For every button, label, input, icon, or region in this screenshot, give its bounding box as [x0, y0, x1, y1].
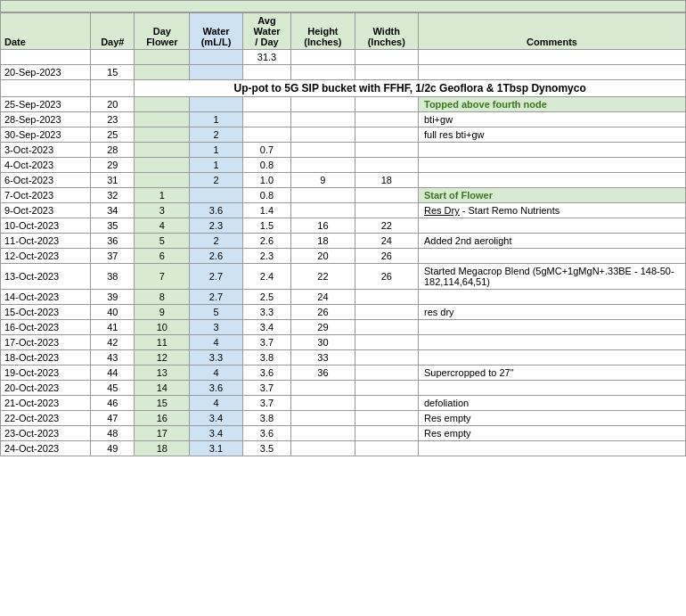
cell-day-flower: 13 [135, 365, 190, 381]
cell-height [291, 112, 355, 127]
cell-day: 49 [91, 441, 135, 456]
cell-day-flower: 7 [135, 264, 190, 290]
cell-date: 17-Oct-2023 [1, 335, 91, 350]
cell-avg-water: 2.4 [242, 264, 291, 290]
cell-day: 48 [91, 426, 135, 441]
cell-water: 1 [190, 112, 242, 127]
cell-comment: Start of Flower [419, 188, 686, 203]
cell-water: 2 [190, 234, 242, 249]
cell-avg-water: 3.7 [242, 335, 291, 350]
cell-water [190, 97, 242, 112]
cell-day: 38 [91, 264, 135, 290]
cell-day-flower: 8 [135, 290, 190, 305]
cell-width [355, 441, 418, 456]
cell-height: 16 [291, 218, 355, 234]
table-row: 21-Oct-2023 46 15 4 3.7 defoliation [1, 396, 686, 411]
cell-water: 2.6 [190, 249, 242, 264]
cell-comment: Added 2nd aerolight [419, 234, 686, 249]
cell-width [355, 426, 418, 441]
cell-height: 9 [291, 173, 355, 188]
cell-height [291, 396, 355, 411]
cell-day: 36 [91, 234, 135, 249]
cell-comment [419, 381, 686, 396]
cell-day-flower: 12 [135, 350, 190, 365]
cell-day: 32 [91, 188, 135, 203]
table-row: 9-Oct-2023 34 3 3.6 1.4 Res Dry - Start … [1, 203, 686, 218]
table-row: 14-Oct-2023 39 8 2.7 2.5 24 [1, 290, 686, 305]
cell-avg-water: 3.7 [242, 396, 291, 411]
cell-comment [419, 158, 686, 173]
cell-date [1, 50, 91, 65]
cell-day-flower [135, 127, 190, 143]
cell-comment [419, 290, 686, 305]
cell-day-flower [135, 112, 190, 127]
cell-water [190, 188, 242, 203]
table-row: 13-Oct-2023 38 7 2.7 2.4 22 26 Started M… [1, 264, 686, 290]
cell-date: 10-Oct-2023 [1, 218, 91, 234]
cell-height [291, 188, 355, 203]
cell-date: 21-Oct-2023 [1, 396, 91, 411]
cell-comment: Res Dry - Start Remo Nutrients [419, 203, 686, 218]
table-row: 20-Oct-2023 45 14 3.6 3.7 [1, 381, 686, 396]
cell-date: 16-Oct-2023 [1, 320, 91, 335]
cell-day-flower [135, 143, 190, 158]
cell-avg-water [242, 127, 291, 143]
table-row: 15-Oct-2023 40 9 5 3.3 26 res dry [1, 305, 686, 320]
table-row: 6-Oct-2023 31 2 1.0 9 18 [1, 173, 686, 188]
cell-height: 26 [291, 305, 355, 320]
table-row: 30-Sep-2023 25 2 full res bti+gw [1, 127, 686, 143]
cell-height: 24 [291, 290, 355, 305]
cell-water [190, 50, 242, 65]
cell-water: 4 [190, 396, 242, 411]
cell-width [355, 411, 418, 426]
cell-avg-water: 3.8 [242, 411, 291, 426]
cell-width: 24 [355, 234, 418, 249]
cell-width [355, 97, 418, 112]
cell-water: 2.7 [190, 264, 242, 290]
cell-comment: defoliation [419, 396, 686, 411]
cell-date: 7-Oct-2023 [1, 188, 91, 203]
cell-avg-water: 1.4 [242, 203, 291, 218]
page-title [0, 0, 686, 12]
cell-upot-message: Up-pot to 5G SIP bucket with FFHF, 1/2c … [135, 80, 686, 97]
cell-day: 44 [91, 365, 135, 381]
cell-date: 4-Oct-2023 [1, 158, 91, 173]
cell-water: 3.4 [190, 411, 242, 426]
cell-width [355, 50, 418, 65]
table-row: 23-Oct-2023 48 17 3.4 3.6 Res empty [1, 426, 686, 441]
table-row: 10-Oct-2023 35 4 2.3 1.5 16 22 [1, 218, 686, 234]
cell-date: 20-Oct-2023 [1, 381, 91, 396]
cell-day-flower: 5 [135, 234, 190, 249]
cell-comment [419, 320, 686, 335]
cell-width [355, 381, 418, 396]
cell-day [91, 80, 135, 97]
cell-avg-water: 1.5 [242, 218, 291, 234]
cell-day: 31 [91, 173, 135, 188]
table-row: 11-Oct-2023 36 5 2 2.6 18 24 Added 2nd a… [1, 234, 686, 249]
cell-day-flower: 17 [135, 426, 190, 441]
cell-day-flower: 18 [135, 441, 190, 456]
cell-day-flower: 15 [135, 396, 190, 411]
cell-width [355, 365, 418, 381]
cell-avg-water: 3.8 [242, 350, 291, 365]
table-row-upot: Up-pot to 5G SIP bucket with FFHF, 1/2c … [1, 80, 686, 97]
cell-comment [419, 249, 686, 264]
cell-day-flower: 3 [135, 203, 190, 218]
cell-day-flower: 14 [135, 381, 190, 396]
cell-avg-water: 3.5 [242, 441, 291, 456]
res-dry-text: Res Dry - Start Remo Nutrients [424, 205, 559, 216]
cell-comment [419, 335, 686, 350]
cell-date: 11-Oct-2023 [1, 234, 91, 249]
cell-height [291, 50, 355, 65]
cell-width [355, 350, 418, 365]
cell-day: 20 [91, 97, 135, 112]
cell-comment: Res empty [419, 411, 686, 426]
cell-day: 28 [91, 143, 135, 158]
cell-comment: bti+gw [419, 112, 686, 127]
cell-day: 45 [91, 381, 135, 396]
cell-day-flower [135, 158, 190, 173]
cell-date: 20-Sep-2023 [1, 65, 91, 80]
cell-height: 22 [291, 264, 355, 290]
cell-day: 47 [91, 411, 135, 426]
cell-water: 1 [190, 158, 242, 173]
